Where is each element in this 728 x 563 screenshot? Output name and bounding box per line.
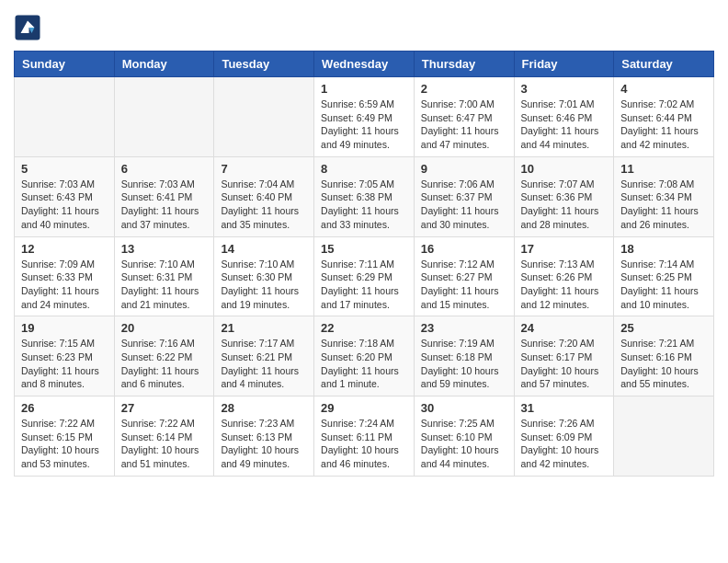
week-row-4: 19Sunrise: 7:15 AM Sunset: 6:23 PM Dayli…	[15, 316, 714, 396]
day-number: 23	[421, 321, 507, 335]
day-number: 11	[620, 162, 707, 176]
day-number: 4	[620, 82, 707, 96]
calendar-cell	[614, 396, 714, 477]
day-info: Sunrise: 7:13 AM Sunset: 6:26 PM Dayligh…	[521, 258, 608, 312]
calendar-cell: 3Sunrise: 7:01 AM Sunset: 6:46 PM Daylig…	[514, 77, 614, 157]
day-number: 29	[321, 401, 407, 415]
week-row-1: 1Sunrise: 6:59 AM Sunset: 6:49 PM Daylig…	[15, 77, 714, 157]
calendar-cell: 22Sunrise: 7:18 AM Sunset: 6:20 PM Dayli…	[314, 316, 415, 396]
day-info: Sunrise: 7:08 AM Sunset: 6:34 PM Dayligh…	[620, 178, 707, 232]
day-info: Sunrise: 7:26 AM Sunset: 6:09 PM Dayligh…	[521, 417, 608, 471]
day-info: Sunrise: 7:02 AM Sunset: 6:44 PM Dayligh…	[620, 98, 707, 152]
day-number: 30	[421, 401, 507, 415]
calendar-header-row: SundayMondayTuesdayWednesdayThursdayFrid…	[15, 52, 714, 77]
day-number: 24	[521, 321, 608, 335]
day-number: 8	[321, 162, 407, 176]
day-info: Sunrise: 7:00 AM Sunset: 6:47 PM Dayligh…	[421, 98, 507, 152]
day-info: Sunrise: 7:01 AM Sunset: 6:46 PM Dayligh…	[521, 98, 608, 152]
day-number: 21	[221, 321, 307, 335]
day-info: Sunrise: 6:59 AM Sunset: 6:49 PM Dayligh…	[321, 98, 407, 152]
day-info: Sunrise: 7:17 AM Sunset: 6:21 PM Dayligh…	[221, 337, 307, 391]
logo-icon	[14, 14, 41, 41]
calendar-cell: 18Sunrise: 7:14 AM Sunset: 6:25 PM Dayli…	[614, 236, 714, 316]
day-info: Sunrise: 7:03 AM Sunset: 6:41 PM Dayligh…	[121, 178, 208, 232]
calendar-cell: 26Sunrise: 7:22 AM Sunset: 6:15 PM Dayli…	[15, 396, 115, 477]
day-number: 26	[21, 401, 108, 415]
calendar-cell: 2Sunrise: 7:00 AM Sunset: 6:47 PM Daylig…	[414, 77, 514, 157]
day-number: 19	[21, 321, 108, 335]
day-number: 12	[21, 242, 108, 256]
day-info: Sunrise: 7:06 AM Sunset: 6:37 PM Dayligh…	[421, 178, 507, 232]
calendar-cell: 20Sunrise: 7:16 AM Sunset: 6:22 PM Dayli…	[114, 316, 214, 396]
day-number: 17	[521, 242, 608, 256]
day-number: 10	[521, 162, 608, 176]
day-of-week-friday: Friday	[514, 52, 614, 77]
day-info: Sunrise: 7:10 AM Sunset: 6:31 PM Dayligh…	[121, 258, 208, 312]
day-of-week-thursday: Thursday	[414, 52, 514, 77]
logo	[14, 14, 43, 41]
calendar-cell: 10Sunrise: 7:07 AM Sunset: 6:36 PM Dayli…	[514, 156, 614, 236]
calendar-cell: 23Sunrise: 7:19 AM Sunset: 6:18 PM Dayli…	[414, 316, 514, 396]
day-number: 20	[121, 321, 208, 335]
day-info: Sunrise: 7:04 AM Sunset: 6:40 PM Dayligh…	[221, 178, 307, 232]
calendar-cell: 6Sunrise: 7:03 AM Sunset: 6:41 PM Daylig…	[114, 156, 214, 236]
day-info: Sunrise: 7:24 AM Sunset: 6:11 PM Dayligh…	[321, 417, 407, 471]
calendar-cell: 31Sunrise: 7:26 AM Sunset: 6:09 PM Dayli…	[514, 396, 614, 477]
day-number: 3	[521, 82, 608, 96]
day-of-week-monday: Monday	[114, 52, 214, 77]
calendar-cell: 21Sunrise: 7:17 AM Sunset: 6:21 PM Dayli…	[214, 316, 314, 396]
day-number: 31	[521, 401, 608, 415]
calendar-cell: 13Sunrise: 7:10 AM Sunset: 6:31 PM Dayli…	[114, 236, 214, 316]
day-number: 7	[221, 162, 307, 176]
day-info: Sunrise: 7:18 AM Sunset: 6:20 PM Dayligh…	[321, 337, 407, 391]
week-row-5: 26Sunrise: 7:22 AM Sunset: 6:15 PM Dayli…	[15, 396, 714, 477]
week-row-2: 5Sunrise: 7:03 AM Sunset: 6:43 PM Daylig…	[15, 156, 714, 236]
calendar-cell: 24Sunrise: 7:20 AM Sunset: 6:17 PM Dayli…	[514, 316, 614, 396]
day-info: Sunrise: 7:10 AM Sunset: 6:30 PM Dayligh…	[221, 258, 307, 312]
day-of-week-wednesday: Wednesday	[314, 52, 415, 77]
day-number: 28	[221, 401, 307, 415]
calendar-cell: 1Sunrise: 6:59 AM Sunset: 6:49 PM Daylig…	[314, 77, 415, 157]
calendar-cell: 4Sunrise: 7:02 AM Sunset: 6:44 PM Daylig…	[614, 77, 714, 157]
day-info: Sunrise: 7:07 AM Sunset: 6:36 PM Dayligh…	[521, 178, 608, 232]
calendar-cell: 27Sunrise: 7:22 AM Sunset: 6:14 PM Dayli…	[114, 396, 214, 477]
calendar-cell: 19Sunrise: 7:15 AM Sunset: 6:23 PM Dayli…	[15, 316, 115, 396]
day-info: Sunrise: 7:16 AM Sunset: 6:22 PM Dayligh…	[121, 337, 208, 391]
day-number: 2	[421, 82, 507, 96]
calendar-cell: 30Sunrise: 7:25 AM Sunset: 6:10 PM Dayli…	[414, 396, 514, 477]
calendar: SundayMondayTuesdayWednesdayThursdayFrid…	[14, 51, 714, 477]
day-number: 5	[21, 162, 108, 176]
calendar-cell	[214, 77, 314, 157]
day-info: Sunrise: 7:23 AM Sunset: 6:13 PM Dayligh…	[221, 417, 307, 471]
day-number: 18	[620, 242, 707, 256]
day-info: Sunrise: 7:15 AM Sunset: 6:23 PM Dayligh…	[21, 337, 108, 391]
day-of-week-saturday: Saturday	[614, 52, 714, 77]
day-info: Sunrise: 7:22 AM Sunset: 6:14 PM Dayligh…	[121, 417, 208, 471]
day-info: Sunrise: 7:12 AM Sunset: 6:27 PM Dayligh…	[421, 258, 507, 312]
calendar-cell: 15Sunrise: 7:11 AM Sunset: 6:29 PM Dayli…	[314, 236, 415, 316]
day-of-week-sunday: Sunday	[15, 52, 115, 77]
day-number: 6	[121, 162, 208, 176]
day-info: Sunrise: 7:25 AM Sunset: 6:10 PM Dayligh…	[421, 417, 507, 471]
day-number: 27	[121, 401, 208, 415]
calendar-cell: 12Sunrise: 7:09 AM Sunset: 6:33 PM Dayli…	[15, 236, 115, 316]
calendar-cell: 7Sunrise: 7:04 AM Sunset: 6:40 PM Daylig…	[214, 156, 314, 236]
page-header	[14, 14, 714, 41]
day-info: Sunrise: 7:05 AM Sunset: 6:38 PM Dayligh…	[321, 178, 407, 232]
calendar-cell: 28Sunrise: 7:23 AM Sunset: 6:13 PM Dayli…	[214, 396, 314, 477]
day-number: 9	[421, 162, 507, 176]
day-info: Sunrise: 7:11 AM Sunset: 6:29 PM Dayligh…	[321, 258, 407, 312]
day-info: Sunrise: 7:09 AM Sunset: 6:33 PM Dayligh…	[21, 258, 108, 312]
calendar-cell: 8Sunrise: 7:05 AM Sunset: 6:38 PM Daylig…	[314, 156, 415, 236]
calendar-cell: 17Sunrise: 7:13 AM Sunset: 6:26 PM Dayli…	[514, 236, 614, 316]
day-number: 16	[421, 242, 507, 256]
day-info: Sunrise: 7:14 AM Sunset: 6:25 PM Dayligh…	[620, 258, 707, 312]
day-number: 22	[321, 321, 407, 335]
calendar-cell: 11Sunrise: 7:08 AM Sunset: 6:34 PM Dayli…	[614, 156, 714, 236]
calendar-cell	[15, 77, 115, 157]
day-number: 15	[321, 242, 407, 256]
calendar-cell: 25Sunrise: 7:21 AM Sunset: 6:16 PM Dayli…	[614, 316, 714, 396]
day-info: Sunrise: 7:21 AM Sunset: 6:16 PM Dayligh…	[620, 337, 707, 391]
day-info: Sunrise: 7:19 AM Sunset: 6:18 PM Dayligh…	[421, 337, 507, 391]
day-number: 25	[620, 321, 707, 335]
